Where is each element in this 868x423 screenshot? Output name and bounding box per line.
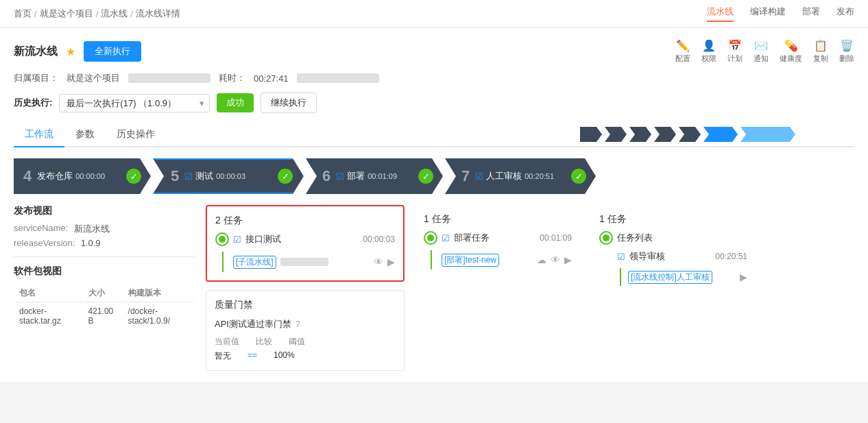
tab-params[interactable]: 参数	[64, 123, 106, 147]
pkg-col-name: 包名	[15, 285, 83, 302]
stage-6-info: ☑ 部署 00:01:09	[336, 170, 418, 182]
breadcrumb-detail: 流水线详情	[136, 8, 180, 20]
task1-inner	[219, 236, 226, 243]
stages-row: 4 发布仓库 00:00:00 ✓ 5 ☑ 测试 00:00:03 ✓	[14, 158, 854, 194]
quality-current-label: 当前值	[215, 336, 239, 348]
release-view-title: 发布视图	[14, 205, 195, 217]
tab-workflow[interactable]: 工作流	[14, 123, 64, 147]
stage-7-task-group: 任务列表	[599, 231, 747, 245]
pkg-build-version: /docker-stack/1.0.9/	[124, 304, 193, 328]
mini-stage-6	[703, 127, 738, 142]
stage6-sub-line	[431, 250, 432, 269]
stage6-play-icon[interactable]: ▶	[564, 254, 572, 265]
stage-4-name: 发布仓库	[37, 170, 73, 182]
stage6-sub-row: [部署]test-new ☁ 👁 ▶	[442, 250, 572, 269]
breadcrumb-home[interactable]: 首页	[14, 8, 32, 20]
delete-action[interactable]: 🗑️ 删除	[839, 39, 854, 64]
task1-sub-container: [子流水线] 👁 ▶	[222, 252, 395, 272]
execute-button[interactable]: 全新执行	[84, 41, 141, 62]
stage-6-name: 部署	[347, 170, 365, 182]
delete-label: 删除	[839, 53, 854, 64]
mini-stage-1	[580, 127, 602, 142]
meta-row: 归属项目： 就是这个项目 耗时： 00:27:41	[14, 72, 854, 84]
history-select-wrapper: 最后一次执行(17) （1.0.9）	[59, 94, 210, 112]
task1-name[interactable]: 接口测试	[245, 233, 281, 245]
schedule-action[interactable]: 📅 计划	[727, 39, 743, 64]
quality-item-row: API测试通过率门禁 ?	[215, 318, 396, 330]
quality-item-name: API测试通过率门禁	[215, 318, 291, 330]
stage-6-detail: 1 任务 ☑ 部署任务 00:01:09 [部署]test-new ☁ 👁	[415, 205, 580, 371]
task1-sub-row: [子流水线] 👁 ▶	[233, 252, 395, 272]
stage-5-detail: 2 任务 ☑ 接口测试 00:00:03 [子流水线]	[206, 205, 405, 371]
quality-col-values: 暂无 == 100%	[215, 350, 396, 362]
release-version-row: releaseVersion: 1.0.9	[14, 238, 195, 248]
pkg-view-title: 软件包视图	[14, 265, 195, 278]
release-version-label: releaseVersion:	[14, 238, 75, 248]
mini-stage-bar	[580, 127, 854, 142]
config-action[interactable]: ✏️ 配置	[675, 39, 690, 64]
config-icon: ✏️	[676, 39, 690, 52]
stage6-eye-icon[interactable]: 👁	[551, 254, 560, 265]
stage7-task-group-name: 任务列表	[617, 232, 653, 244]
stage-6-check: ✓	[418, 169, 433, 184]
quality-help-icon: ?	[296, 319, 300, 329]
stage7-task1-name[interactable]: 领导审核	[629, 250, 665, 263]
stage-5-time: 00:00:03	[216, 172, 245, 180]
stage6-task1-checkbox: ☑	[442, 233, 450, 243]
top-tab-pipeline[interactable]: 流水线	[707, 5, 734, 22]
stage-4-num: 4	[23, 167, 32, 185]
stage7-task1-time: 00:20:51	[715, 252, 747, 261]
stage7-task1-sub: [流水线控制]人工审核 ▶	[620, 268, 747, 286]
stage-7-num: 7	[461, 167, 470, 185]
top-tab-deploy[interactable]: 部署	[802, 5, 820, 22]
stage-details: 2 任务 ☑ 接口测试 00:00:03 [子流水线]	[206, 205, 854, 371]
stage-5: 5 ☑ 测试 00:00:03 ✓	[153, 158, 304, 194]
stage7-play-icon[interactable]: ▶	[740, 271, 747, 282]
stage-5-check: ✓	[278, 169, 293, 184]
stage7-sub-tag: [流水线控制]人工审核	[628, 271, 712, 284]
pkg-col-version: 构建版本	[124, 285, 193, 302]
stage-7: 7 ☑ 人工审核 00:20:51 ✓	[445, 158, 596, 194]
stage-5-task-box: 2 任务 ☑ 接口测试 00:00:03 [子流水线]	[206, 205, 405, 282]
main-content: 新流水线 ★ 全新执行 ✏️ 配置 👤 权限 📅 计划 ✉️ 通知 💊 健康度	[0, 28, 868, 382]
toolbar-actions: ✏️ 配置 👤 权限 📅 计划 ✉️ 通知 💊 健康度 📋 复制	[675, 39, 854, 64]
tab-history-ops[interactable]: 历史操作	[106, 123, 166, 147]
stage-7-info: ☑ 人工审核 00:20:51	[475, 170, 571, 182]
task1-eye-icon[interactable]: 👁	[374, 256, 383, 267]
mini-stage-2	[605, 127, 627, 142]
stage7-sub-row: [流水线控制]人工审核 ▶	[628, 268, 747, 286]
breadcrumb-pipeline[interactable]: 流水线	[101, 8, 128, 20]
stage6-task1-sub: [部署]test-new ☁ 👁 ▶	[431, 250, 572, 269]
permissions-action[interactable]: 👤 权限	[701, 39, 716, 64]
notify-action[interactable]: ✉️ 通知	[754, 39, 769, 64]
stage-5-info: ☑ 测试 00:00:03	[184, 170, 278, 182]
copy-action[interactable]: 📋 复制	[813, 39, 828, 64]
stage6-task1-name[interactable]: 部署任务	[454, 232, 490, 244]
stage6-cloud-icon: ☁	[537, 254, 546, 265]
status-button[interactable]: 成功	[217, 93, 254, 112]
pkg-name: docker-stack.tar.gz	[15, 304, 83, 328]
stage6-task1-circle	[424, 231, 437, 245]
notify-icon: ✉️	[754, 39, 768, 52]
time-blur	[297, 73, 379, 83]
star-icon[interactable]: ★	[66, 45, 75, 58]
continue-button[interactable]: 继续执行	[261, 93, 317, 113]
stage-4-check: ✓	[126, 169, 141, 184]
stage-6-task1: ☑ 部署任务 00:01:09	[424, 231, 572, 245]
config-label: 配置	[675, 53, 690, 64]
stage7-task1-checkbox: ☑	[617, 252, 625, 262]
stage-5-checkbox: ☑	[184, 171, 193, 182]
stage-7-task1: ☑ 领导审核 00:20:51	[617, 250, 747, 263]
pkg-size: 421.00 B	[84, 304, 123, 328]
task1-play-icon[interactable]: ▶	[387, 256, 395, 267]
breadcrumb-project[interactable]: 就是这个项目	[40, 8, 93, 20]
task1-sub-line	[222, 252, 224, 272]
stage7-sub-tasks: ☑ 领导审核 00:20:51 [流水线控制]人工审核 ▶	[617, 250, 747, 286]
history-select[interactable]: 最后一次执行(17) （1.0.9）	[59, 94, 210, 112]
owner-label: 归属项目：	[14, 72, 58, 84]
health-action[interactable]: 💊 健康度	[780, 39, 802, 64]
top-tab-build[interactable]: 编译构建	[750, 5, 786, 22]
pipeline-title: 新流水线	[14, 45, 58, 59]
health-label: 健康度	[780, 53, 802, 64]
top-tab-release[interactable]: 发布	[836, 5, 854, 22]
